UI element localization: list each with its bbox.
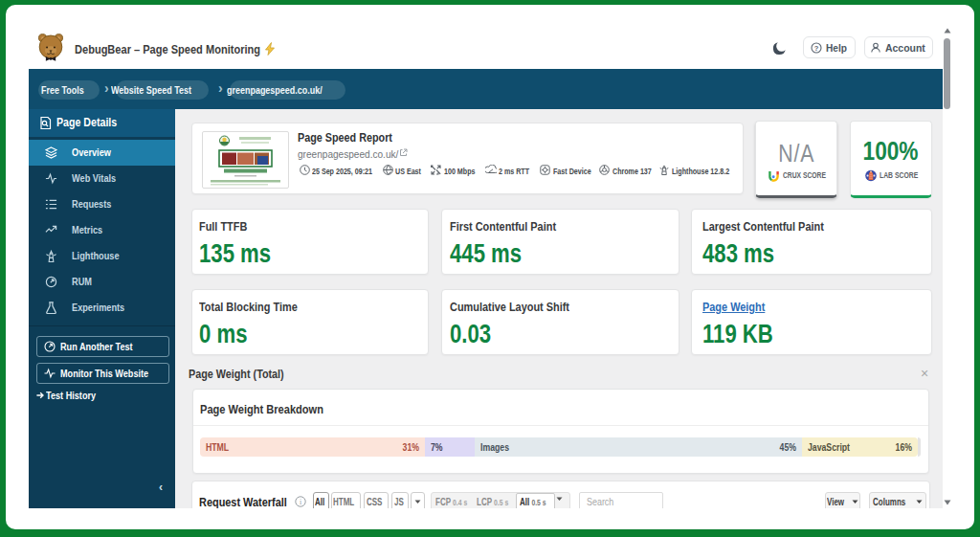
svg-text:i: i xyxy=(300,498,302,506)
svg-text:?: ? xyxy=(813,43,818,52)
